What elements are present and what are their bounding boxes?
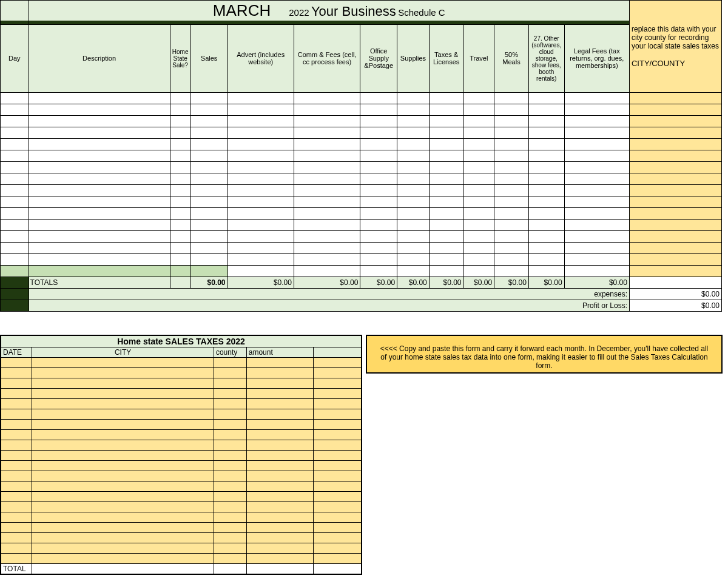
tax-row[interactable] <box>1 501 362 512</box>
tax-row[interactable] <box>1 532 362 543</box>
table-row[interactable] <box>1 161 722 173</box>
table-row[interactable] <box>1 253 722 265</box>
total-office: $0.00 <box>360 277 397 288</box>
tax-row[interactable] <box>1 419 362 429</box>
note-text: replace this data with your city county … <box>632 25 719 50</box>
col-day: Day <box>1 24 29 92</box>
sales-tax-title: Home state SALES TAXES 2022 <box>1 335 362 347</box>
table-row[interactable] <box>1 115 722 127</box>
table-row[interactable] <box>1 104 722 115</box>
col-legal: Legal Fees (tax returns, org. dues, memb… <box>564 24 629 92</box>
total-comm-fees: $0.00 <box>294 277 360 288</box>
total-advert: $0.00 <box>228 277 294 288</box>
tax-row[interactable] <box>1 481 362 491</box>
col-advert: Advert (includes website) <box>228 24 294 92</box>
col-taxes-licenses: Taxes & Licenses <box>429 24 463 92</box>
tax-row[interactable] <box>1 367 362 378</box>
column-headers: Day Description Home State Sale? Sales A… <box>1 24 722 92</box>
tax-row[interactable] <box>1 512 362 522</box>
tax-row[interactable] <box>1 522 362 532</box>
col-supplies: Supplies <box>397 24 430 92</box>
tax-row[interactable] <box>1 429 362 440</box>
tax-row[interactable] <box>1 398 362 409</box>
tax-row[interactable] <box>1 450 362 460</box>
table-row[interactable] <box>1 150 722 161</box>
profit-loss-value: $0.00 <box>629 300 721 311</box>
col-home-state-sale: Home State Sale? <box>170 24 190 92</box>
tax-row[interactable] <box>1 553 362 563</box>
table-row[interactable] <box>1 127 722 138</box>
total-supplies: $0.00 <box>397 277 430 288</box>
total-meals: $0.00 <box>494 277 529 288</box>
city-county-note: replace this data with your city county … <box>629 1 721 93</box>
schedule-c-table: MARCH 2022 Your Business Schedule C repl… <box>0 0 722 312</box>
title-business: Your Business <box>311 4 396 19</box>
tax-row[interactable] <box>1 543 362 553</box>
title-schedule: Schedule C <box>398 7 445 18</box>
expenses-row: expenses: $0.00 <box>1 288 722 300</box>
title-year: 2022 <box>289 7 309 18</box>
tax-col-date: DATE <box>1 347 32 357</box>
tax-col-county: county <box>214 347 246 357</box>
totals-row: TOTALS $0.00 $0.00 $0.00 $0.00 $0.00 $0.… <box>1 277 722 288</box>
col-other: 27. Other (softwares, cloud storage, sho… <box>528 24 564 92</box>
table-row[interactable] <box>1 184 722 196</box>
col-office: Office Supply &Postage <box>360 24 397 92</box>
tax-row[interactable] <box>1 378 362 388</box>
tax-row[interactable] <box>1 491 362 501</box>
col-comm-fees: Comm & Fees (cell, cc process fees) <box>294 24 360 92</box>
tax-row[interactable] <box>1 388 362 398</box>
tax-row[interactable] <box>1 460 362 471</box>
sales-tax-headers: DATE CITY county amount <box>1 347 362 357</box>
title-month: MARCH <box>213 1 271 19</box>
tax-col-amount: amount <box>246 347 313 357</box>
table-row[interactable] <box>1 219 722 230</box>
expenses-label: expenses: <box>29 288 629 300</box>
table-row[interactable] <box>1 242 722 253</box>
page-title: MARCH 2022 Your Business Schedule C <box>29 1 629 21</box>
tax-row[interactable] <box>1 409 362 419</box>
col-meals: 50% Meals <box>494 24 529 92</box>
table-row[interactable] <box>1 173 722 184</box>
spacer-row <box>1 265 722 277</box>
sales-tax-table: Home state SALES TAXES 2022 DATE CITY co… <box>0 335 362 575</box>
col-description: Description <box>29 24 170 92</box>
col-sales: Sales <box>190 24 228 92</box>
total-sales: $0.00 <box>190 277 228 288</box>
tax-row[interactable] <box>1 440 362 450</box>
profit-loss-label: Profit or Loss: <box>29 300 629 311</box>
total-taxes-licenses: $0.00 <box>429 277 463 288</box>
expenses-value: $0.00 <box>629 288 721 300</box>
tax-total-row: TOTAL <box>1 563 362 574</box>
tip-box: <<<< Copy and paste this form and carry … <box>366 335 723 374</box>
profit-loss-row: Profit or Loss: $0.00 <box>1 300 722 311</box>
city-county-label: CITY/COUNTY <box>632 59 720 68</box>
totals-label: TOTALS <box>29 277 170 288</box>
total-other: $0.00 <box>528 277 564 288</box>
title-corner <box>1 1 29 21</box>
table-row[interactable] <box>1 92 722 104</box>
total-travel: $0.00 <box>463 277 494 288</box>
tax-col-city: CITY <box>32 347 214 357</box>
tax-total-label: TOTAL <box>1 563 32 574</box>
tax-row[interactable] <box>1 357 362 367</box>
total-legal: $0.00 <box>564 277 629 288</box>
tax-row[interactable] <box>1 471 362 481</box>
table-row[interactable] <box>1 230 722 242</box>
col-travel: Travel <box>463 24 494 92</box>
table-row[interactable] <box>1 196 722 207</box>
table-row[interactable] <box>1 138 722 150</box>
table-row[interactable] <box>1 207 722 219</box>
